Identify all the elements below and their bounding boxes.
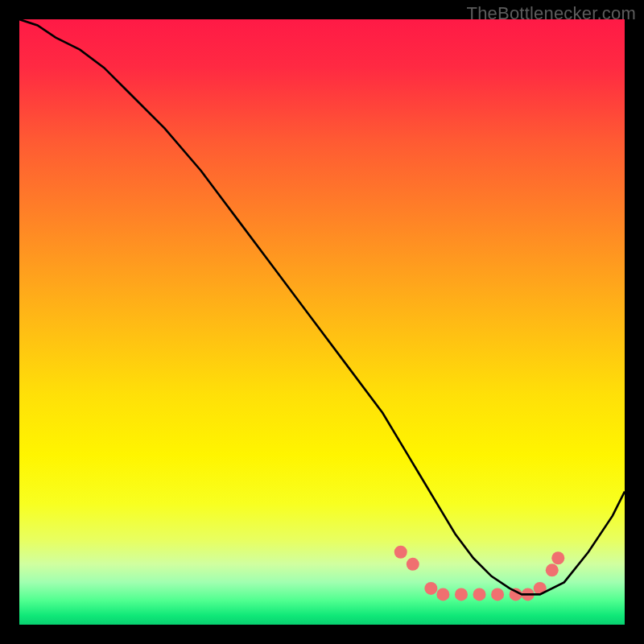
highlight-dot <box>491 588 504 601</box>
highlight-dot <box>407 558 419 571</box>
bottleneck-curve <box>19 19 625 594</box>
highlight-dot <box>436 588 449 601</box>
highlight-dot <box>473 588 486 601</box>
highlight-dots <box>394 546 565 601</box>
highlight-dot <box>551 551 564 564</box>
highlight-dot <box>455 588 468 601</box>
highlight-dot <box>394 546 407 559</box>
highlight-dot <box>546 564 559 576</box>
curve-layer <box>19 19 625 625</box>
plot-area <box>19 19 625 625</box>
watermark-text: TheBottlenecker.com <box>467 3 636 24</box>
highlight-dot <box>424 582 437 595</box>
chart-frame: TheBottlenecker.com <box>0 0 644 644</box>
